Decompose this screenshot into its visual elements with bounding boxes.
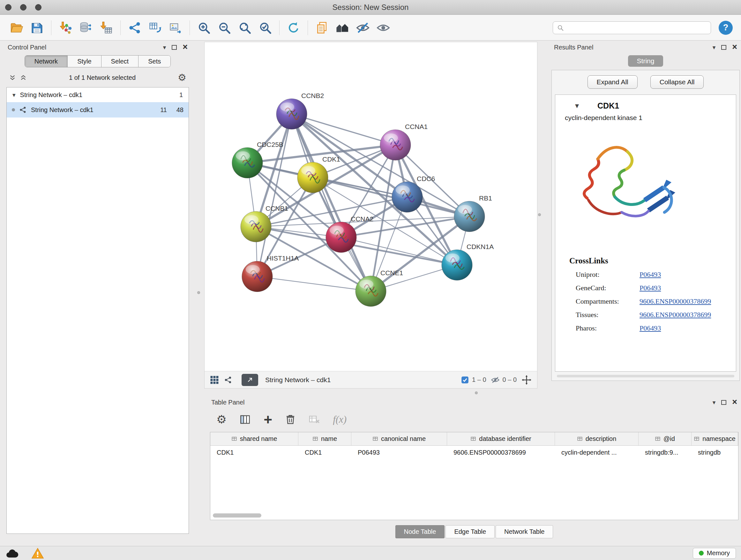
node-label: HIST1H1A xyxy=(267,254,299,262)
cell-database-identifier[interactable]: 9606.ENSP00000378699 xyxy=(447,446,555,459)
cloud-icon[interactable] xyxy=(5,548,20,559)
splitter-handle-right[interactable] xyxy=(538,213,541,216)
network-row-selected[interactable]: String Network – cdk1 11 48 xyxy=(7,102,189,118)
hidden-eye-icon[interactable] xyxy=(491,375,500,384)
expand-all-button[interactable]: Expand All xyxy=(588,75,637,89)
network-node-ccna1[interactable]: CCNA1 xyxy=(380,123,428,160)
panel-collapse-icon[interactable]: ▾ xyxy=(713,399,716,406)
panel-float-icon[interactable] xyxy=(721,400,726,405)
gene-detail-card: ▾ CDK1 cyclin-dependent kinase 1 CrossLi… xyxy=(555,95,736,372)
clone-network-button[interactable] xyxy=(147,18,163,37)
save-session-button[interactable] xyxy=(29,18,45,37)
show-all-button[interactable] xyxy=(375,18,392,37)
warning-icon[interactable] xyxy=(31,548,44,559)
import-network-database-button[interactable] xyxy=(77,18,94,37)
copy-button[interactable] xyxy=(314,18,330,37)
show-columns-icon[interactable] xyxy=(239,414,251,425)
import-network-file-button[interactable] xyxy=(57,18,74,37)
column-header[interactable]: description xyxy=(555,432,638,445)
cell-namespace[interactable]: stringdb xyxy=(691,446,738,459)
zoom-in-button[interactable] xyxy=(196,18,212,37)
tab-node-table[interactable]: Node Table xyxy=(395,525,445,538)
node-label: RB1 xyxy=(479,194,492,202)
expand-all-icon[interactable] xyxy=(20,74,27,81)
network-node-rb1[interactable]: RB1 xyxy=(454,194,492,232)
zoom-selected-button[interactable] xyxy=(257,18,273,37)
refresh-button[interactable] xyxy=(285,18,302,37)
collapse-all-button[interactable]: Collapse All xyxy=(650,75,704,89)
annotation-mode-button[interactable] xyxy=(242,374,258,386)
zoom-fit-button[interactable] xyxy=(237,18,253,37)
tab-network[interactable]: Network xyxy=(25,56,68,67)
column-header[interactable]: database identifier xyxy=(447,432,555,445)
function-builder-icon[interactable]: f(x) xyxy=(333,414,347,425)
splitter-handle-left[interactable] xyxy=(197,291,200,294)
tab-edge-table[interactable]: Edge Table xyxy=(446,525,495,538)
help-button[interactable]: ? xyxy=(719,21,733,35)
cell-description[interactable]: cyclin-dependent ... xyxy=(555,446,638,459)
crosslink-compartments-link[interactable]: 9606.ENSP00000378699 xyxy=(639,297,711,306)
collapse-all-icon[interactable] xyxy=(9,74,16,81)
cell-name[interactable]: CDK1 xyxy=(298,446,351,459)
network-node-hist1h1a[interactable]: HIST1H1A xyxy=(242,254,299,292)
panel-close-icon[interactable]: × xyxy=(732,399,737,406)
tree-caret-icon[interactable]: ▾ xyxy=(12,92,16,98)
network-node-ccnb1[interactable]: CCNB1 xyxy=(241,205,288,242)
panel-close-icon[interactable]: × xyxy=(732,44,737,51)
crosslink-pharos-link[interactable]: P06493 xyxy=(639,324,661,332)
hide-selected-button[interactable] xyxy=(354,18,371,37)
tab-sets[interactable]: Sets xyxy=(138,56,171,67)
delete-column-trash-icon[interactable] xyxy=(285,414,296,425)
panel-collapse-icon[interactable]: ▾ xyxy=(713,44,716,51)
add-column-icon[interactable]: + xyxy=(264,414,272,426)
titlebar: Session: New Session xyxy=(0,0,741,15)
panel-close-icon[interactable]: × xyxy=(183,44,188,51)
search-input[interactable] xyxy=(566,24,707,31)
window-zoom-button[interactable] xyxy=(35,4,42,10)
results-tab-string[interactable]: String xyxy=(628,55,664,67)
network-collection-row[interactable]: ▾ String Network – cdk1 1 xyxy=(7,87,189,102)
open-session-button[interactable] xyxy=(8,18,25,37)
tab-network-table[interactable]: Network Table xyxy=(495,525,553,538)
network-node-ccnb2[interactable]: CCNB2 xyxy=(276,92,324,129)
column-header[interactable]: @id xyxy=(638,432,691,445)
network-node-count: 11 xyxy=(154,106,167,114)
panel-float-icon[interactable] xyxy=(172,45,177,50)
cell-id[interactable]: stringdb:9... xyxy=(638,446,691,459)
results-horizontal-scrollbar[interactable] xyxy=(557,375,734,377)
crosslink-uniprot-link[interactable]: P06493 xyxy=(639,270,661,279)
pan-crosshair-icon[interactable] xyxy=(521,374,532,385)
tab-select[interactable]: Select xyxy=(102,56,139,67)
splitter-handle-bottom[interactable] xyxy=(475,391,478,394)
network-options-gear-icon[interactable]: ⚙ xyxy=(178,73,186,82)
column-header[interactable]: name xyxy=(298,432,351,445)
cell-shared-name[interactable]: CDK1 xyxy=(210,446,298,459)
column-header[interactable]: namespace xyxy=(691,432,738,445)
window-close-button[interactable] xyxy=(5,4,11,10)
export-image-button[interactable] xyxy=(167,18,184,37)
network-type-icon[interactable] xyxy=(224,375,232,384)
network-node-cdk1[interactable]: CDK1 xyxy=(297,155,340,193)
grid-view-icon[interactable] xyxy=(210,375,219,385)
network-overview-button[interactable] xyxy=(334,18,351,37)
table-options-gear-icon[interactable]: ⚙ xyxy=(216,414,226,425)
import-table-button[interactable] xyxy=(98,18,115,37)
crosslink-tissues-link[interactable]: 9606.ENSP00000378699 xyxy=(639,311,711,319)
crosslink-label: Uniprot: xyxy=(576,270,639,279)
selected-checkbox-icon[interactable] xyxy=(461,376,469,384)
window-minimize-button[interactable] xyxy=(20,4,26,10)
memory-button[interactable]: Memory xyxy=(693,548,736,559)
zoom-out-button[interactable] xyxy=(216,18,232,37)
table-horizontal-scrollbar[interactable] xyxy=(213,513,261,517)
network-merge-button[interactable] xyxy=(126,18,143,37)
crosslink-genecard-link[interactable]: P06493 xyxy=(639,284,661,292)
column-header[interactable]: canonical name xyxy=(351,432,447,445)
tab-style[interactable]: Style xyxy=(68,56,101,67)
panel-float-icon[interactable] xyxy=(721,45,726,50)
column-header[interactable]: shared name xyxy=(210,432,298,445)
cell-canonical-name[interactable]: P06493 xyxy=(351,446,447,459)
table-row[interactable]: CDK1 CDK1 P06493 9606.ENSP00000378699 cy… xyxy=(210,446,738,459)
network-canvas[interactable]: CCNB2CCNA1CDC25BCDK1CDC6RB1CCNB1CCNA2CDK… xyxy=(205,42,537,371)
gene-collapse-icon[interactable]: ▾ xyxy=(575,102,579,110)
panel-collapse-icon[interactable]: ▾ xyxy=(163,44,166,51)
